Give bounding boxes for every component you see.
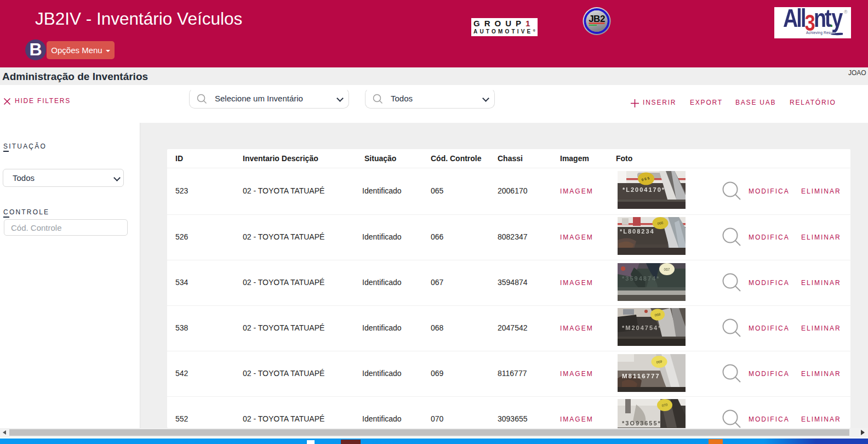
svg-text:M8116777: M8116777 xyxy=(622,373,660,379)
svg-text:067: 067 xyxy=(664,267,670,271)
svg-text:*M204754*: *M204754* xyxy=(622,325,661,331)
svg-text:*L2004170*: *L2004170* xyxy=(623,186,665,193)
svg-text:*3O93655*: *3O93655* xyxy=(622,420,661,426)
svg-text:*3594874*: *3594874* xyxy=(622,275,660,282)
svg-text:*L808234: *L808234 xyxy=(620,228,655,235)
svg-text:JB2: JB2 xyxy=(589,14,605,24)
